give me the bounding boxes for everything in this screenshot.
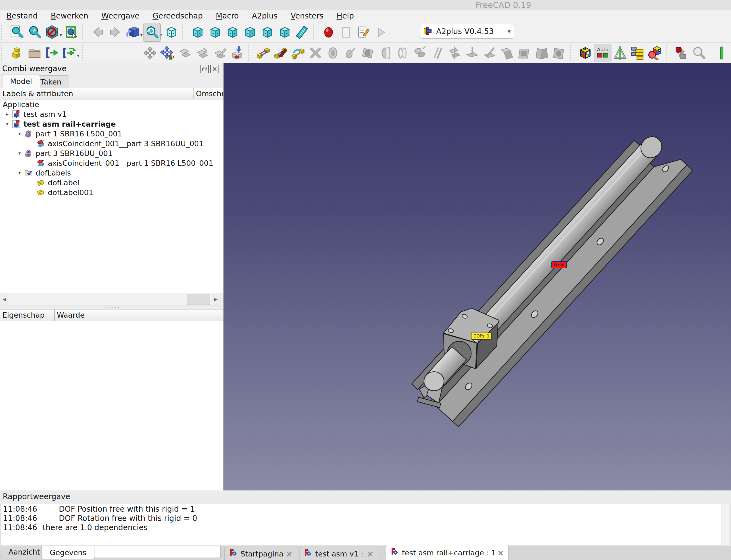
tree-item[interactable]: ▾part 1 SBR16 L500_001	[0, 129, 223, 139]
view-bottom-button[interactable]	[259, 23, 276, 42]
tab-model[interactable]: Model	[2, 74, 40, 88]
constraint-center-plane-button[interactable]	[550, 44, 568, 62]
menu-weergave[interactable]: Weergave	[101, 11, 139, 20]
menu-help[interactable]: Help	[336, 11, 354, 20]
expander-collapsed-icon[interactable]: ▸	[3, 111, 12, 117]
constraint-delete-button[interactable]	[307, 44, 324, 62]
menu-a2plus[interactable]: A2plus	[252, 11, 278, 20]
document-tab-doc1[interactable]: test asm v1 : 1×	[299, 547, 378, 560]
tree-header-labels[interactable]: Labels & attributen	[0, 88, 194, 99]
box-zoom-button[interactable]	[63, 23, 80, 42]
constraint-axis-plane-button[interactable]	[359, 44, 376, 62]
constraint-circles-concentric-button[interactable]	[394, 44, 411, 62]
3d-viewport[interactable]: Fixed DOFs: 1	[224, 63, 731, 490]
tab-gegevens[interactable]: Gegevens	[41, 546, 95, 559]
close-icon[interactable]: ×	[367, 549, 374, 559]
tree-root-applicatie[interactable]: Applicatie	[0, 99, 223, 109]
workbench-selector[interactable]: A2plus V0.4.53 ▾	[420, 24, 514, 39]
clipping-plane-button[interactable]	[43, 23, 61, 42]
constraint-discs-parallel-button[interactable]	[411, 44, 429, 62]
view-right-button[interactable]	[224, 23, 241, 42]
close-panel-icon[interactable]	[210, 65, 219, 73]
measure-distance-button[interactable]	[293, 23, 311, 42]
a2p-edit-part-button[interactable]	[211, 44, 228, 62]
constraint-planes-parallel-button[interactable]	[446, 44, 463, 62]
a2p-convert-part-button[interactable]	[193, 44, 211, 62]
a2p-open-file-button[interactable]	[26, 44, 43, 62]
axonometric-view-button[interactable]	[163, 23, 180, 42]
scroll-right-icon[interactable]: ▶	[212, 293, 220, 305]
property-col-waarde[interactable]: Waarde	[55, 309, 223, 321]
menu-bewerken[interactable]: Bewerken	[51, 11, 88, 20]
expander-expanded-icon[interactable]: ▾	[15, 151, 24, 156]
zoom-to-selection-button[interactable]	[26, 23, 43, 42]
menu-gereedschap[interactable]: Gereedschap	[152, 11, 203, 20]
scrollbar-thumb[interactable]	[187, 294, 210, 305]
nav-forward-button[interactable]	[107, 23, 124, 42]
macro-stop-button[interactable]	[337, 23, 355, 42]
constraint-point-on-point-button[interactable]	[255, 44, 272, 62]
report-vertical-scrollbar[interactable]	[722, 504, 730, 545]
property-col-eigenschap[interactable]: Eigenschap	[0, 309, 55, 321]
property-editor[interactable]	[0, 321, 223, 490]
expander-expanded-icon[interactable]: ▾	[3, 121, 12, 127]
a2p-move-part-button[interactable]	[141, 44, 159, 62]
constraint-plane-fold-button[interactable]	[533, 44, 550, 62]
a2p-place-part-button[interactable]	[159, 44, 176, 62]
a2p-duplicate-part-button[interactable]	[176, 44, 193, 62]
view-top-button[interactable]	[207, 23, 224, 42]
a2p-new-part-button[interactable]	[8, 44, 26, 62]
constraint-axial-button[interactable]	[342, 44, 359, 62]
a2p-restore-transparency-button[interactable]	[228, 44, 246, 62]
report-log[interactable]: 11:08:46DOF Position free with this rigi…	[1, 504, 721, 545]
dof-overview-button[interactable]	[629, 44, 646, 62]
macro-record-button[interactable]	[320, 23, 337, 42]
nav-back-button[interactable]	[89, 23, 107, 42]
tree-header-description[interactable]: Omschrijving	[194, 88, 223, 99]
constraint-plane-offset-button[interactable]	[498, 44, 516, 62]
tree-item[interactable]: ▸test asm v1	[0, 109, 223, 119]
constraint-viewer-button[interactable]	[646, 44, 664, 62]
document-tab-startpagina[interactable]: Startpagina×	[224, 547, 297, 560]
solve-constraints-button[interactable]	[577, 44, 594, 62]
tree-item[interactable]: axisCoincident_001__part 3 SBR16UU_001	[0, 139, 223, 148]
flip-constraint-direction-button[interactable]	[611, 44, 629, 62]
tree-item[interactable]: ▾test asm rail+carriage	[0, 119, 223, 129]
menu-vensters[interactable]: Vensters	[291, 11, 324, 20]
edge-tool-button[interactable]	[707, 44, 725, 62]
view-fit-document-button[interactable]	[8, 23, 26, 42]
expander-expanded-icon[interactable]: ▾	[15, 131, 24, 136]
document-tab-doc2[interactable]: test asm rail+carriage : 1*×	[386, 545, 509, 560]
close-icon[interactable]: ×	[286, 549, 293, 559]
constraint-circular-button[interactable]	[324, 44, 342, 62]
a2p-add-part-button[interactable]: undefined	[89, 44, 107, 62]
float-panel-icon[interactable]	[200, 65, 209, 73]
menu-macro[interactable]: Macro	[216, 11, 239, 20]
macro-edit-button[interactable]	[355, 23, 372, 42]
panel-splitter[interactable]: ••••••	[0, 306, 223, 309]
toggle-autosolve-button[interactable]: Auto	[594, 44, 611, 62]
navigation-style-button[interactable]	[124, 23, 141, 42]
view-rear-button[interactable]	[241, 23, 259, 42]
expander-expanded-icon[interactable]: ▾	[15, 170, 24, 176]
a2p-import-part-button[interactable]: undefined	[107, 44, 124, 62]
tree-item[interactable]: ▾dofLabels	[0, 168, 223, 178]
constraint-plane-inner-button[interactable]	[516, 44, 533, 62]
dofs-label[interactable]: DOFs: 1	[471, 333, 492, 340]
fixed-constraint-label[interactable]: Fixed	[551, 261, 567, 268]
fit-all-button[interactable]	[143, 23, 161, 42]
scroll-left-icon[interactable]: ◀	[0, 293, 8, 305]
tree-item[interactable]: dofLabel	[0, 178, 223, 187]
show-hierarchy-button[interactable]	[673, 44, 690, 62]
constraint-lines-parallel-button[interactable]	[429, 44, 446, 62]
a2p-export-button[interactable]	[43, 44, 61, 62]
show-dof-info-button[interactable]	[690, 44, 707, 62]
constraint-point-on-point-edit-button[interactable]	[272, 44, 289, 62]
tree-item[interactable]: dofLabel001	[0, 187, 223, 197]
menu-bestand[interactable]: Bestand	[7, 11, 38, 20]
view-front-button[interactable]	[189, 23, 207, 42]
view-left-button[interactable]	[276, 23, 293, 42]
a2p-export-as-button[interactable]	[61, 44, 78, 62]
constraint-angle-button[interactable]	[481, 44, 498, 62]
constraint-circular-edge-button[interactable]	[289, 44, 307, 62]
